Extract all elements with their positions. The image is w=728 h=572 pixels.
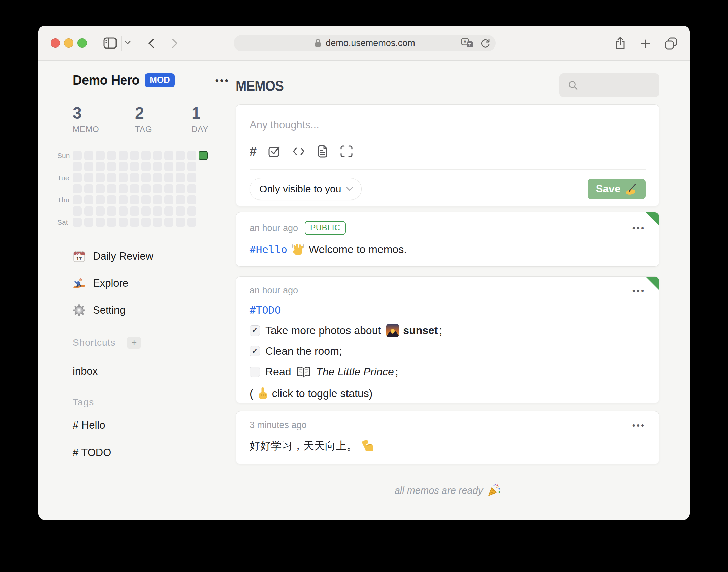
public-ribbon — [646, 277, 659, 290]
sidebar-item-daily-review[interactable]: JUL 17 Daily Review — [73, 243, 218, 270]
memo-more-icon[interactable]: ••• — [632, 224, 646, 232]
calendar-cell — [107, 218, 116, 227]
calendar-cell — [164, 184, 173, 193]
task-checkbox[interactable]: ✓ — [250, 346, 260, 356]
sidebar-toggle-icon[interactable] — [103, 37, 117, 49]
calendar-cell — [107, 195, 116, 204]
calendar-cell — [164, 162, 173, 171]
memo-more-icon[interactable]: ••• — [632, 421, 646, 430]
memo-content: #Hello Wel — [250, 243, 646, 256]
calendar-cell — [187, 195, 196, 204]
calendar-cell — [187, 151, 196, 160]
calendar-cell — [187, 206, 196, 216]
visibility-badge: PUBLIC — [305, 221, 346, 235]
tag-item-todo[interactable]: # TODO — [73, 446, 111, 459]
memo-more-icon[interactable]: ••• — [632, 286, 646, 295]
composer-bottom: Only visible to you Save — [250, 178, 646, 200]
fullscreen-icon[interactable] — [340, 145, 353, 158]
sidebar-item-setting[interactable]: Setting — [73, 297, 218, 324]
translate-icon[interactable]: A — [461, 38, 474, 48]
stat-day-label: DAY — [192, 125, 209, 134]
template-icon[interactable] — [317, 145, 329, 158]
calendar-cell — [130, 184, 139, 193]
stat-day: 1 DAY — [192, 104, 209, 134]
hashtag-icon[interactable]: # — [250, 145, 257, 158]
calendar-cell — [84, 184, 93, 193]
visibility-select[interactable]: Only visible to you — [250, 178, 362, 200]
calendar-cell — [176, 151, 185, 160]
calendar-cell — [73, 206, 82, 216]
stat-tag-label: TAG — [135, 125, 192, 134]
checkbox-icon[interactable] — [268, 145, 281, 158]
search-input[interactable] — [583, 80, 654, 91]
waving-hand-icon — [291, 243, 305, 256]
reload-icon[interactable] — [481, 39, 490, 48]
calendar-cell — [73, 218, 82, 227]
search-box[interactable] — [559, 73, 659, 97]
stat-tag: 2 TAG — [135, 104, 192, 134]
sidebar-menu-chevron-icon[interactable] — [124, 40, 131, 45]
calendar-cell — [84, 173, 93, 182]
share-icon[interactable] — [615, 36, 626, 50]
code-icon[interactable] — [292, 145, 305, 158]
shortcuts-header: Shortcuts + — [73, 336, 141, 349]
save-label: Save — [596, 183, 620, 195]
shortcut-item-inbox[interactable]: inbox — [73, 365, 98, 378]
memo-tag[interactable]: #Hello — [250, 243, 287, 255]
task-text: Clean the room; — [265, 345, 342, 357]
calendar-cell — [84, 206, 93, 216]
calendar-cell — [176, 173, 185, 182]
memo-tag[interactable]: #TODO — [250, 304, 281, 316]
tag-item-hello[interactable]: # Hello — [73, 419, 105, 432]
memo-input[interactable] — [250, 119, 646, 132]
user-banner[interactable]: Demo Hero MOD ••• — [73, 73, 218, 88]
calendar-cell — [119, 173, 128, 182]
sidebar: Demo Hero MOD ••• 3 MEMO 2 TAG 1 DAY Sun… — [73, 61, 221, 520]
save-button[interactable]: Save — [588, 179, 646, 199]
calendar-day-label: Thu — [57, 195, 71, 204]
public-ribbon — [646, 212, 659, 226]
calendar-cell — [119, 184, 128, 193]
calendar-cell — [164, 218, 173, 227]
browser-toolbar: demo.usememos.com A — [38, 26, 690, 61]
calendar-cell — [141, 151, 151, 160]
task-checkbox[interactable]: ✓ — [250, 367, 260, 377]
back-icon[interactable] — [147, 38, 156, 49]
calendar-cell — [187, 218, 196, 227]
add-shortcut-button[interactable]: + — [127, 337, 141, 349]
calendar-cell — [130, 162, 139, 171]
calendar-cell — [176, 195, 185, 204]
stat-tag-value: 2 — [135, 104, 192, 122]
visibility-value: Only visible to you — [259, 183, 341, 195]
calendar-cell — [153, 151, 162, 160]
sidebar-more-icon[interactable]: ••• — [215, 75, 230, 86]
mod-badge: MOD — [145, 73, 175, 87]
activity-calendar: Sun Tue Thu Sat — [73, 151, 242, 227]
forward-icon[interactable] — [170, 38, 179, 49]
calendar-day-label: Tue — [57, 173, 71, 182]
address-bar[interactable]: demo.usememos.com A — [234, 35, 496, 51]
calendar-cell — [84, 195, 93, 204]
tab-overview-icon[interactable] — [665, 37, 677, 50]
calendar-cell — [130, 151, 139, 160]
calendar-cell — [119, 162, 128, 171]
calendar-cell — [153, 184, 162, 193]
calendar-cell — [130, 173, 139, 182]
calendar-cell — [187, 162, 196, 171]
calendar-cell — [119, 195, 128, 204]
calendar-cell — [153, 195, 162, 204]
task-checkbox[interactable]: ✓ — [250, 325, 260, 336]
task-row: ✓ Clean the room; — [250, 345, 646, 357]
calendar-cell — [119, 206, 128, 216]
close-window-button[interactable] — [51, 38, 60, 48]
calendar-cell — [141, 162, 151, 171]
calendar-cell — [153, 218, 162, 227]
gear-emoji-icon — [73, 304, 86, 317]
task-text-suffix: ; — [395, 366, 398, 378]
new-tab-icon[interactable] — [641, 39, 650, 49]
sidebar-item-explore[interactable]: Explore — [73, 270, 218, 297]
main-content: MEMOS # — [236, 61, 659, 520]
minimize-window-button[interactable] — [64, 38, 73, 48]
zoom-window-button[interactable] — [77, 38, 87, 48]
task-text: Read — [265, 366, 291, 378]
